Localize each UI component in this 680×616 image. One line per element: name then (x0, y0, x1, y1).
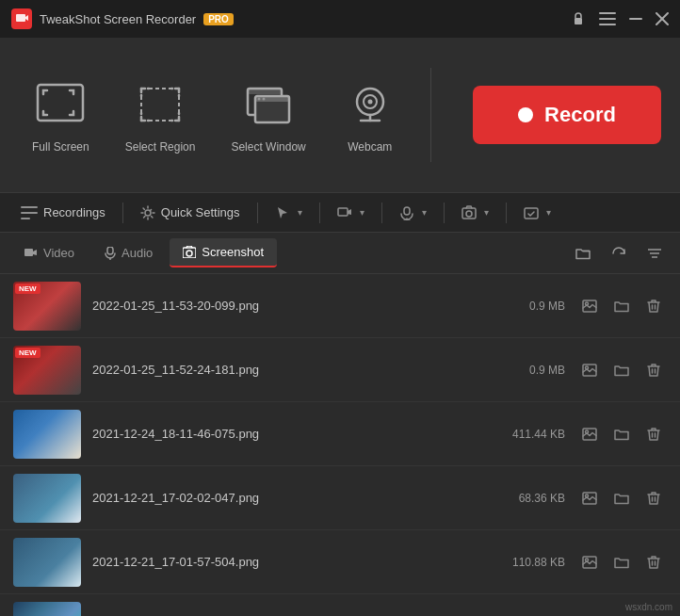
view-image-button[interactable] (576, 293, 603, 319)
recordings-menu[interactable]: Recordings (11, 201, 115, 224)
file-row[interactable]: 2021-11-12_15-38-59-382.png1.37 MB (0, 594, 680, 616)
lock-icon[interactable] (571, 11, 586, 26)
screenshot-menu[interactable]: ▾ (452, 201, 498, 225)
file-thumbnail: NEW (13, 346, 81, 395)
svg-point-26 (258, 98, 261, 101)
file-row[interactable]: 2021-12-21_17-01-57-504.png110.88 KB (0, 530, 680, 594)
audio-menu[interactable]: ▾ (390, 201, 436, 225)
refresh-btn[interactable] (605, 239, 633, 267)
title-bar-controls (571, 11, 669, 26)
file-actions (576, 357, 667, 383)
open-file-folder-button[interactable] (608, 549, 635, 575)
svg-rect-45 (24, 249, 33, 256)
file-thumbnail: NEW (13, 282, 81, 331)
file-name: 2022-01-25_11-53-20-099.png (92, 299, 478, 313)
delete-file-button[interactable] (640, 549, 667, 575)
tab-video-label: Video (43, 246, 74, 260)
menu-icon[interactable] (599, 12, 616, 25)
close-button[interactable] (656, 12, 669, 25)
view-image-button[interactable] (576, 613, 603, 617)
open-file-folder-button[interactable] (608, 357, 635, 383)
file-actions (576, 613, 667, 617)
delete-file-button[interactable] (640, 357, 667, 383)
record-indicator (518, 107, 533, 122)
open-file-folder-button[interactable] (608, 421, 635, 447)
file-name: 2021-12-21_17-01-57-504.png (92, 555, 478, 569)
select-window-label: Select Window (231, 140, 305, 154)
delete-file-button[interactable] (640, 421, 667, 447)
tab-screenshot[interactable]: Screenshot (170, 238, 277, 267)
new-badge: NEW (15, 284, 40, 294)
fullscreen-tool[interactable]: Full Screen (19, 67, 103, 163)
delete-file-button[interactable] (640, 293, 667, 319)
record-label: Record (544, 103, 616, 127)
app-title: TweakShot Screen Recorder (40, 12, 196, 26)
sort-btn[interactable] (640, 239, 669, 267)
delete-file-button[interactable] (640, 485, 667, 511)
record-button[interactable]: Record (473, 86, 661, 144)
webcam-label: Webcam (348, 140, 392, 154)
svg-rect-37 (338, 208, 348, 216)
open-file-folder-button[interactable] (608, 293, 635, 319)
tab-video[interactable]: Video (11, 239, 88, 267)
svg-rect-23 (248, 89, 282, 94)
quick-settings-menu[interactable]: Quick Settings (131, 201, 250, 225)
file-size: 0.9 MB (490, 364, 565, 377)
menu-sep-6 (506, 203, 507, 223)
fullscreen-label: Full Screen (32, 140, 89, 154)
svg-point-43 (466, 211, 472, 217)
select-window-tool[interactable]: Select Window (218, 67, 318, 163)
menu-sep-1 (122, 203, 123, 223)
delete-file-button[interactable] (640, 613, 667, 617)
title-bar: TweakShot Screen Recorder PRO (0, 0, 680, 38)
file-row[interactable]: NEW2022-01-25_11-52-24-181.png0.9 MB (0, 338, 680, 402)
fullscreen-icon (32, 76, 89, 133)
main-content: NEW2022-01-25_11-53-20-099.png0.9 MB NEW… (0, 274, 680, 616)
file-name: 2021-12-21_17-02-02-047.png (92, 491, 478, 505)
extra-menu[interactable]: ▾ (514, 201, 560, 225)
open-file-folder-button[interactable] (608, 613, 635, 617)
minimize-button[interactable] (629, 18, 642, 20)
tab-actions (569, 239, 669, 267)
audio-chevron: ▾ (422, 207, 427, 218)
menu-sep-5 (444, 203, 445, 223)
select-region-label: Select Region (125, 140, 196, 154)
open-folder-btn[interactable] (569, 239, 597, 267)
open-file-folder-button[interactable] (608, 485, 635, 511)
tab-screenshot-label: Screenshot (202, 245, 264, 259)
file-row[interactable]: NEW2022-01-25_11-53-20-099.png0.9 MB (0, 274, 680, 338)
view-image-button[interactable] (576, 421, 603, 447)
watermark: wsxdn.com (625, 602, 672, 612)
file-list: NEW2022-01-25_11-53-20-099.png0.9 MB NEW… (0, 274, 680, 616)
tab-audio[interactable]: Audio (91, 239, 166, 267)
tabs-bar: Video Audio Screenshot (0, 233, 680, 274)
view-image-button[interactable] (576, 485, 603, 511)
recordings-label: Recordings (43, 205, 105, 219)
file-row[interactable]: 2021-12-24_18-11-46-075.png411.44 KB (0, 402, 680, 466)
video-quality-menu[interactable]: ▾ (328, 201, 374, 225)
svg-rect-44 (525, 208, 538, 219)
select-region-tool[interactable]: Select Region (112, 67, 209, 163)
video-quality-chevron: ▾ (360, 207, 364, 218)
svg-point-30 (367, 100, 372, 105)
svg-marker-46 (33, 250, 37, 255)
svg-point-27 (263, 98, 266, 101)
view-image-button[interactable] (576, 549, 603, 575)
file-actions (576, 485, 667, 511)
file-row[interactable]: 2021-12-21_17-02-02-047.png68.36 KB (0, 466, 680, 530)
svg-rect-35 (21, 218, 30, 219)
svg-rect-33 (21, 206, 38, 208)
file-thumbnail (13, 538, 81, 587)
view-image-button[interactable] (576, 357, 603, 383)
file-thumbnail (13, 474, 81, 523)
cursor-menu[interactable]: ▾ (266, 201, 312, 225)
screenshot-chevron: ▾ (484, 207, 489, 218)
file-size: 110.88 KB (490, 556, 565, 569)
webcam-tool[interactable]: Webcam (329, 67, 412, 163)
pro-badge: PRO (203, 13, 234, 25)
toolbar: Full Screen Select Region (0, 38, 680, 193)
svg-rect-3 (599, 12, 616, 14)
select-region-icon (132, 76, 188, 133)
file-thumbnail (13, 602, 81, 617)
cursor-chevron: ▾ (298, 207, 302, 218)
